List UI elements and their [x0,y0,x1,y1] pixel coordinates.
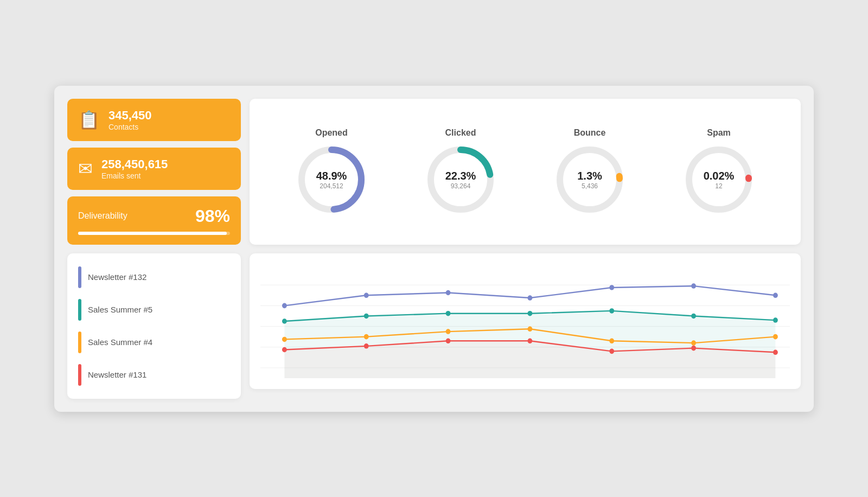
bottom-row: Newsletter #132 Sales Summer #5 Sales Su… [67,253,801,399]
donut-clicked-percent: 22.3% [445,170,476,182]
dot-blue-6 [691,283,696,289]
legend-item-3: Sales Summer #4 [78,332,230,353]
donut-opened: 48.9% 204,512 [296,144,367,215]
legend-label-3: Sales Summer #4 [88,337,152,347]
dot-blue-2 [364,292,369,298]
emails-label: Emails sent [101,171,168,180]
chart-card [250,253,801,389]
donut-opened-count: 204,512 [316,182,347,190]
dot-green-7 [773,317,778,323]
dot-red-3 [446,338,451,343]
dot-blue-3 [446,290,451,295]
dot-orange-6 [691,340,696,346]
dot-orange-7 [773,334,778,339]
dot-orange-5 [609,338,614,343]
donut-opened-center: 48.9% 204,512 [316,170,347,190]
contacts-info: 345,450 Contacts [108,109,152,131]
dot-green-5 [609,308,614,314]
dot-green-1 [282,318,287,324]
donut-bounce: 1.3% 5,436 [554,144,625,215]
legend-label-1: Newsletter #132 [88,272,146,282]
dot-red-5 [609,348,614,354]
legend-color-2 [78,299,81,321]
contacts-card: 📋 345,450 Contacts [67,99,241,141]
deliverability-content: Deliverability 98% [78,206,230,226]
dot-blue-5 [609,285,614,290]
legend-color-4 [78,364,81,386]
donut-bounce-percent: 1.3% [577,170,602,182]
dot-orange-1 [282,336,287,342]
progress-bar-fill [78,232,227,235]
legend-item-2: Sales Summer #5 [78,299,230,321]
donut-bounce-count: 5,436 [577,182,602,190]
contacts-number: 345,450 [108,109,152,123]
dot-green-6 [691,313,696,318]
emails-number: 258,450,615 [101,157,168,171]
contacts-icon: 📋 [78,110,100,130]
metric-spam: Spam 0.02% 12 [684,128,754,215]
legend-color-1 [78,266,81,288]
donut-spam-percent: 0.02% [704,170,735,182]
metric-bounce-title: Bounce [574,128,606,138]
legend-card: Newsletter #132 Sales Summer #5 Sales Su… [67,253,241,399]
metrics-card: Opened 48.9% 204,512 Clicked [250,99,801,245]
deliverability-value: 98% [195,206,230,226]
donut-clicked-count: 93,264 [445,182,476,190]
emails-info: 258,450,615 Emails sent [101,157,168,180]
deliverability-card: Deliverability 98% [67,196,241,245]
dot-red-4 [527,338,532,343]
donut-spam: 0.02% 12 [684,144,754,215]
metric-clicked: Clicked 22.3% 93,264 [425,128,496,215]
donut-clicked-center: 22.3% 93,264 [445,170,476,190]
legend-label-4: Newsletter #131 [88,370,146,379]
dot-green-4 [527,310,532,316]
dot-red-7 [773,349,778,355]
dot-orange-3 [446,329,451,334]
metric-opened-title: Opened [315,128,348,138]
emails-card: ✉ 258,450,615 Emails sent [67,148,241,190]
dot-orange-4 [527,326,532,332]
donut-spam-center: 0.02% 12 [704,170,735,190]
donut-bounce-center: 1.3% 5,436 [577,170,602,190]
metric-opened: Opened 48.9% 204,512 [296,128,367,215]
dot-blue-4 [527,295,532,301]
deliverability-label: Deliverability [78,211,127,221]
legend-color-3 [78,332,81,353]
left-panel: 📋 345,450 Contacts ✉ 258,450,615 Emails … [67,99,241,245]
line-chart [260,264,790,378]
dot-red-1 [282,347,287,352]
metric-clicked-title: Clicked [445,128,476,138]
donut-spam-count: 12 [704,182,735,190]
dot-blue-1 [282,303,287,308]
dashboard: 📋 345,450 Contacts ✉ 258,450,615 Emails … [54,86,814,412]
donut-opened-percent: 48.9% [316,170,347,182]
metric-spam-title: Spam [707,128,731,138]
contacts-label: Contacts [108,123,152,131]
dot-blue-7 [773,292,778,298]
legend-item-1: Newsletter #132 [78,266,230,288]
dot-red-2 [364,343,369,349]
emails-icon: ✉ [78,158,93,179]
dot-red-6 [691,345,696,351]
metric-bounce: Bounce 1.3% 5,436 [554,128,625,215]
dot-green-3 [446,310,451,316]
top-row: 📋 345,450 Contacts ✉ 258,450,615 Emails … [67,99,801,245]
legend-item-4: Newsletter #131 [78,364,230,386]
legend-label-2: Sales Summer #5 [88,305,152,314]
donut-clicked: 22.3% 93,264 [425,144,496,215]
dot-green-2 [364,313,369,318]
progress-bar-bg [78,232,230,235]
dot-orange-2 [364,334,369,339]
